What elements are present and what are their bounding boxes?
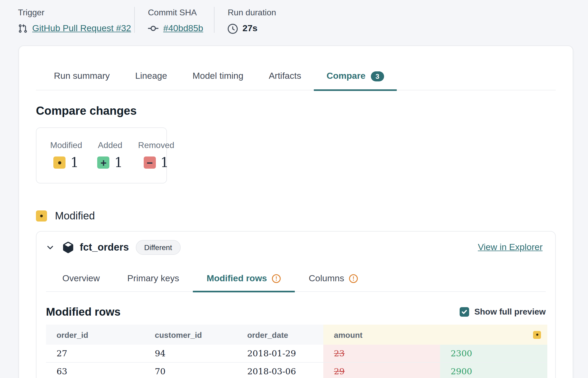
table-cell: 2018-01-29 <box>237 345 323 363</box>
trigger-link[interactable]: GitHub Pull Request #32 <box>32 23 131 34</box>
stat-removed-label: Removed <box>138 141 174 150</box>
page-title: Compare changes <box>36 104 556 118</box>
duration-value: 27s <box>242 23 258 34</box>
modified-column-dot-icon <box>533 331 541 339</box>
column-header-customer-id: customer_id <box>144 325 237 345</box>
run-detail-card: Run summary Lineage Model timing Artifac… <box>18 45 573 378</box>
removed-minus-icon: − <box>143 156 156 169</box>
table-cell: 27 <box>46 345 144 363</box>
tab-modified-rows[interactable]: Modified rows <box>193 268 295 292</box>
run-tabs: Run summary Lineage Model timing Artifac… <box>36 64 556 90</box>
chevron-down-icon[interactable] <box>46 243 54 252</box>
compare-count-badge: 3 <box>371 71 384 81</box>
table-cell: 2018-03-06 <box>237 363 323 378</box>
show-full-preview-label: Show full preview <box>474 307 546 317</box>
tab-compare[interactable]: Compare 3 <box>314 64 397 91</box>
stat-added-value: 1 <box>114 155 123 170</box>
show-full-preview-checkbox[interactable] <box>460 307 469 317</box>
stat-modified-label: Modified <box>50 141 82 150</box>
stat-removed: Removed − 1 <box>138 141 174 170</box>
table-cell: 63 <box>46 363 144 378</box>
table-cell-new-value: 2300 <box>440 345 547 363</box>
modified-rows-table: order_id customer_id order_date amount 2… <box>46 325 546 378</box>
modified-dot-icon <box>36 210 47 222</box>
duration-label: Run duration <box>228 8 276 17</box>
pull-request-icon <box>18 24 27 33</box>
modified-rows-title: Modified rows <box>46 306 120 318</box>
tab-model-timing[interactable]: Model timing <box>180 64 256 91</box>
show-full-preview-toggle: Show full preview <box>460 307 546 317</box>
warning-icon <box>349 274 358 283</box>
tab-primary-keys[interactable]: Primary keys <box>114 268 193 292</box>
table-cell-new-value: 2900 <box>440 363 547 378</box>
tab-columns[interactable]: Columns <box>295 268 372 292</box>
table-cell-old-value: 23 <box>323 345 440 363</box>
status-badge: Different <box>136 240 180 255</box>
tab-run-summary[interactable]: Run summary <box>41 64 123 91</box>
model-name: fct_orders <box>80 242 129 253</box>
trigger-label: Trigger <box>18 8 134 17</box>
run-compare-page: Trigger GitHub Pull Request #32 Commit S… <box>0 0 588 378</box>
table-cell: 70 <box>144 363 237 378</box>
modified-section-title: Modified <box>55 210 95 222</box>
modified-rows-header: Modified rows Show full preview <box>46 306 546 318</box>
model-card-header: fct_orders Different View in Explorer <box>36 232 555 255</box>
commit-label: Commit SHA <box>148 8 214 17</box>
column-header-order-date: order_date <box>237 325 323 345</box>
column-header-order-id: order_id <box>46 325 144 345</box>
duration-section: Run duration 27s <box>214 7 276 34</box>
stat-modified: Modified 1 <box>50 141 82 170</box>
tab-artifacts[interactable]: Artifacts <box>256 64 314 91</box>
stat-removed-value: 1 <box>160 155 169 170</box>
tab-lineage[interactable]: Lineage <box>123 64 180 91</box>
run-info-bar: Trigger GitHub Pull Request #32 Commit S… <box>0 0 588 34</box>
table-cell: 94 <box>144 345 237 363</box>
table-cell-old-value: 29 <box>323 363 440 378</box>
model-card-fct-orders: fct_orders Different View in Explorer Ov… <box>36 231 556 378</box>
stat-modified-value: 1 <box>71 155 79 170</box>
model-tabs: Overview Primary keys Modified rows Colu… <box>46 268 546 292</box>
column-header-amount: amount <box>323 325 547 345</box>
model-cube-icon <box>62 242 74 253</box>
added-plus-icon: + <box>97 156 110 169</box>
commit-link[interactable]: #40bd85b <box>163 23 203 34</box>
tab-overview[interactable]: Overview <box>49 268 114 292</box>
modified-dot-icon <box>54 156 66 169</box>
stat-added-label: Added <box>98 141 123 150</box>
stat-added: Added + 1 <box>97 141 123 170</box>
modified-section-header: Modified <box>36 210 556 222</box>
commit-section: Commit SHA #40bd85b <box>135 7 214 34</box>
warning-icon <box>272 274 281 283</box>
trigger-section: Trigger GitHub Pull Request #32 <box>18 7 134 34</box>
view-in-explorer-link[interactable]: View in Explorer <box>478 242 543 253</box>
change-summary-box: Modified 1 Added + 1 Removed <box>36 127 167 183</box>
commit-icon <box>148 23 158 34</box>
clock-icon <box>228 24 238 34</box>
